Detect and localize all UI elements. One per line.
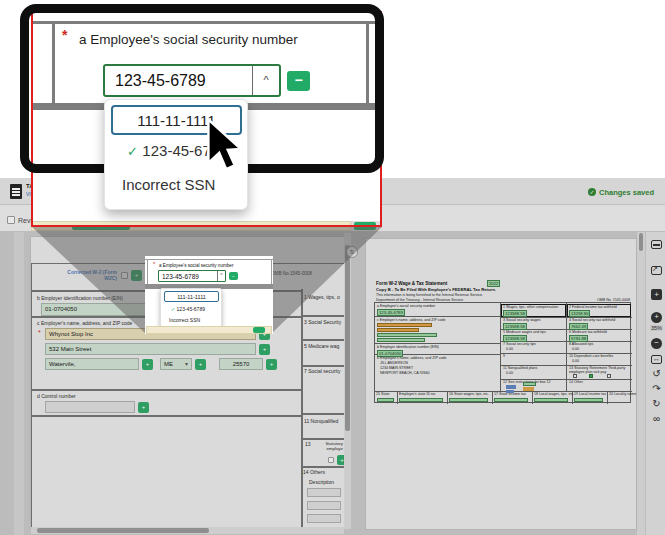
control-number-input[interactable] [45, 401, 135, 413]
state-col-label: 16 State wages, tips, etc. [449, 392, 489, 396]
cell-border [145, 259, 273, 260]
preview-box6-value[interactable]: 5791.88 [569, 335, 588, 342]
mini-minus-button[interactable]: − [229, 272, 238, 280]
other-input-1[interactable] [307, 488, 341, 497]
form-hscroll-thumb[interactable] [37, 528, 209, 533]
dropdown-option-3[interactable]: Incorrect SSN [122, 176, 215, 193]
rotate-swivel-icon[interactable]: ↷ [650, 383, 663, 396]
tax-document-icon [10, 184, 22, 199]
viewer-toolbar: ↗ + + 35% − ↔ ↺ ↷ ↻ ∞ [645, 232, 665, 535]
remove-field-button[interactable]: − [287, 71, 310, 91]
cell-border [271, 259, 272, 285]
pane-swap-badge[interactable]: ⇅ [346, 246, 358, 258]
state-col-chip[interactable] [377, 398, 394, 402]
magnified-cell-border [52, 21, 55, 103]
state-add-button[interactable]: + [195, 359, 206, 370]
control-add-button[interactable]: + [138, 402, 149, 413]
open-external-icon[interactable]: ↗ [650, 264, 663, 277]
state-value: ME [164, 361, 173, 367]
box13-checkbox[interactable] [328, 457, 334, 463]
preview-vertical-scrollbar[interactable] [637, 232, 645, 535]
form-vertical-scrollbar[interactable] [344, 233, 351, 529]
fit-width-icon[interactable]: ↔ [650, 353, 663, 366]
state-col-label: Employer's state ID no. [399, 392, 436, 396]
corrected-checkbox[interactable] [121, 272, 128, 279]
state-col-label: 15 State [376, 392, 396, 396]
preview-copy-line: Copy B - To Be Filed With Employee's FED… [376, 287, 496, 292]
mini-ssn-input[interactable]: 123-45-6789 ^ [158, 270, 226, 282]
state-select[interactable]: ME ▾ [160, 358, 192, 370]
box12-code-chip[interactable] [523, 382, 536, 386]
city-add-button[interactable]: + [142, 359, 153, 370]
mini-option-3[interactable]: Incorrect SSN [169, 317, 200, 323]
document-canvas: Corrected W-2 (Form W2C) + OMB No.1545-0… [0, 232, 665, 535]
other-input-2[interactable] [307, 501, 341, 510]
icon-plus: + [651, 289, 662, 300]
zip-input[interactable]: 25570 [219, 358, 263, 370]
form-vscroll-thumb[interactable] [345, 245, 350, 431]
state-col-chip[interactable] [574, 398, 603, 402]
preview-ssn-value[interactable]: 123-45-6789 [377, 309, 405, 316]
zoom-out-icon[interactable]: − [650, 337, 663, 350]
corrected-add-button[interactable]: + [131, 270, 142, 281]
preview-box2-value[interactable]: 13258.86 [569, 310, 590, 317]
ein-input[interactable]: 01-0704050 [41, 303, 149, 316]
icon-plus: + [651, 312, 662, 323]
employer-highlight-line[interactable] [377, 338, 425, 342]
employer-label: c Employer's name, address, and ZIP code [37, 320, 132, 326]
preview-employee-label: e Employee's name, address, and ZIP code [377, 356, 447, 360]
preview-box10-value: 0.00 [572, 359, 579, 363]
toolbar-green-button[interactable] [354, 222, 376, 230]
ssn-spinner[interactable]: ^ [252, 66, 279, 95]
preview-box10-label: 10 Dependent care benefits [569, 354, 613, 358]
employer-highlight-line[interactable] [377, 333, 437, 337]
preview-vscroll-thumb[interactable] [639, 233, 643, 251]
mini-option-1[interactable]: 111-11-1111 [164, 291, 219, 302]
box13-statutory-checkbox[interactable] [573, 374, 577, 378]
state-col-chip[interactable] [494, 398, 528, 402]
zoom-in-icon[interactable]: + [650, 311, 663, 324]
ssn-input-value: 123-45-6789 [115, 72, 206, 90]
state-col-chip[interactable] [399, 398, 443, 402]
box14-label: 14 Others [303, 469, 325, 475]
box11-label: 11 Nonqualified [304, 418, 338, 424]
preview-box4-value[interactable]: 7662.49 [569, 323, 588, 330]
ssn-input[interactable]: 123-45-6789 ^ [103, 64, 281, 97]
mini-employer-add-button[interactable] [253, 327, 265, 333]
preview-box1-value[interactable]: 123588.58 [503, 310, 527, 317]
corrected-w2-label: Corrected W-2 (Form W2C) [49, 269, 117, 281]
mini-spinner[interactable]: ^ [217, 271, 225, 281]
add-page-icon[interactable]: + [650, 288, 663, 301]
state-col-chip[interactable] [449, 398, 488, 402]
box13-retirement-checkbox[interactable] [589, 374, 593, 378]
rotate-ccw-icon[interactable]: ↺ [650, 368, 663, 381]
preview-box3-value[interactable]: 123588.58 [503, 323, 527, 330]
preview-box5-value[interactable]: 123588.58 [503, 335, 527, 342]
rotate-cw-icon[interactable]: ↻ [650, 398, 663, 411]
page-layout-icon[interactable] [650, 238, 663, 251]
city-input[interactable]: Watervile, [45, 358, 139, 370]
box12-code-chip[interactable] [506, 385, 516, 389]
mini-ssn-value: 123-45-6789 [162, 273, 199, 280]
employer-highlight-line[interactable] [377, 328, 419, 332]
check-icon: ✓ [127, 144, 138, 159]
green-dash [72, 225, 130, 230]
review-checkbox[interactable] [7, 216, 15, 224]
employer-highlight-line[interactable] [377, 323, 432, 327]
street-input[interactable]: 532 Main Street [45, 343, 256, 355]
street-add-button[interactable]: + [259, 344, 270, 355]
mini-option-2[interactable]: ✓ 123-45-6789 [171, 306, 205, 312]
mini-dropdown: 111-11-1111 ✓ 123-45-6789 Incorrect SSN [160, 288, 222, 327]
form-horizontal-scrollbar[interactable] [31, 527, 344, 534]
other-input-3[interactable] [307, 514, 341, 523]
box12-code-chip[interactable] [523, 387, 534, 391]
link-icon[interactable]: ∞ [650, 413, 663, 426]
omb-number: OMB No.1545-0008 [271, 271, 312, 276]
state-col-chip[interactable] [534, 398, 568, 402]
grid-line [375, 343, 500, 344]
icon-arrow: ↔ [653, 353, 660, 365]
zip-add-button[interactable]: + [266, 359, 277, 370]
employee-street: 1234 MAIN STREET [380, 366, 413, 370]
box13-sickpay-checkbox[interactable] [607, 374, 611, 378]
preview-box9-label: 9 [503, 354, 505, 358]
